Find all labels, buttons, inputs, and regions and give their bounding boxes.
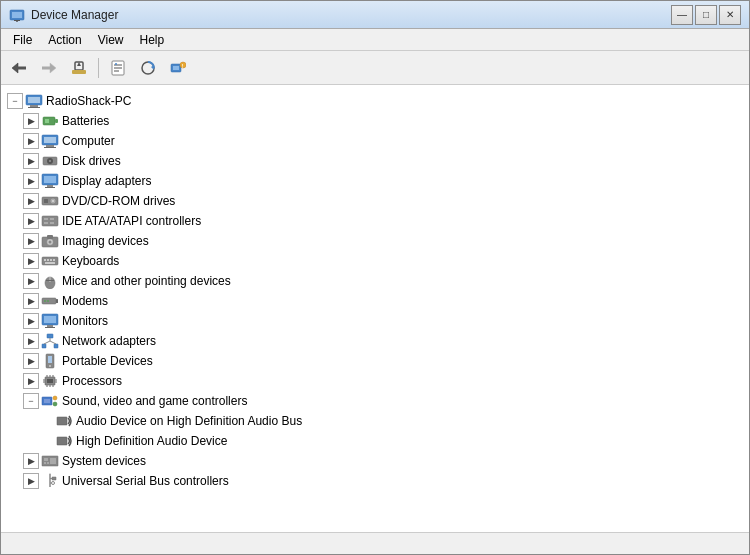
minimize-button[interactable]: — (671, 5, 693, 25)
svg-rect-55 (47, 259, 49, 261)
network-expand[interactable]: ▶ (23, 333, 39, 349)
imaging-expand[interactable]: ▶ (23, 233, 39, 249)
sound-expand[interactable]: − (23, 393, 39, 409)
batteries-item[interactable]: ▶ Batteries (3, 111, 747, 131)
usb-item[interactable]: ▶ Universal Serial Bus controllers (3, 471, 747, 491)
sound-item[interactable]: − Sound, video and game controllers (3, 391, 747, 411)
display-adapters-item[interactable]: ▶ Display adapters (3, 171, 747, 191)
system-devices-label: System devices (62, 454, 146, 468)
portable-label: Portable Devices (62, 354, 153, 368)
batteries-icon (41, 113, 59, 129)
svg-rect-38 (47, 185, 53, 187)
svg-rect-30 (44, 137, 56, 143)
forward-button[interactable] (35, 55, 63, 81)
batteries-expand[interactable]: ▶ (23, 113, 39, 129)
sound-label: Sound, video and game controllers (62, 394, 247, 408)
menu-view[interactable]: View (90, 31, 132, 49)
monitors-expand[interactable]: ▶ (23, 313, 39, 329)
ide-expand[interactable]: ▶ (23, 213, 39, 229)
computer-item[interactable]: ▶ Computer (3, 131, 747, 151)
svg-rect-58 (45, 262, 55, 264)
hd-audio-item[interactable]: High Definition Audio Device (3, 431, 747, 451)
processors-label: Processors (62, 374, 122, 388)
menu-bar: File Action View Help (1, 29, 749, 51)
tree-view[interactable]: − RadioShack-PC ▶ (1, 85, 749, 532)
audio-bus-label: Audio Device on High Definition Audio Bu… (76, 414, 302, 428)
dvd-item[interactable]: ▶ DVD/CD-ROM drives (3, 191, 747, 211)
system-expand[interactable]: ▶ (23, 453, 39, 469)
modems-item[interactable]: ▶ Modems (3, 291, 747, 311)
monitors-label: Monitors (62, 314, 108, 328)
modems-expand[interactable]: ▶ (23, 293, 39, 309)
keyboards-label: Keyboards (62, 254, 119, 268)
portable-expand[interactable]: ▶ (23, 353, 39, 369)
svg-rect-71 (47, 334, 53, 338)
update-driver-button[interactable] (134, 55, 162, 81)
window-icon (9, 7, 25, 23)
disk-label: Disk drives (62, 154, 121, 168)
svg-rect-54 (44, 259, 46, 261)
imaging-icon (41, 233, 59, 249)
svg-rect-100 (44, 462, 46, 464)
menu-action[interactable]: Action (40, 31, 89, 49)
toolbar: ! (1, 51, 749, 85)
svg-rect-37 (44, 176, 56, 183)
dvd-label: DVD/CD-ROM drives (62, 194, 175, 208)
scan-changes-button[interactable]: ! (164, 55, 192, 81)
svg-rect-5 (17, 66, 26, 69)
svg-point-15 (115, 63, 117, 65)
window-controls: — □ ✕ (671, 5, 741, 25)
menu-help[interactable]: Help (132, 31, 173, 49)
close-button[interactable]: ✕ (719, 5, 741, 25)
sound-icon (41, 393, 59, 409)
svg-rect-43 (44, 199, 48, 203)
keyboards-item[interactable]: ▶ Keyboards (3, 251, 747, 271)
svg-rect-48 (50, 222, 54, 224)
title-bar: Device Manager — □ ✕ (1, 1, 749, 29)
back-button[interactable] (5, 55, 33, 81)
svg-point-42 (52, 200, 54, 202)
disk-drives-item[interactable]: ▶ Disk drives (3, 151, 747, 171)
usb-expand[interactable]: ▶ (23, 473, 39, 489)
dvd-icon (41, 193, 59, 209)
properties-button[interactable] (104, 55, 132, 81)
svg-rect-81 (47, 379, 53, 383)
menu-file[interactable]: File (5, 31, 40, 49)
ide-item[interactable]: ▶ IDE ATA/ATAPI controllers (3, 211, 747, 231)
svg-rect-99 (44, 458, 48, 461)
disk-expand[interactable]: ▶ (23, 153, 39, 169)
svg-rect-56 (50, 259, 52, 261)
audio-bus-item[interactable]: Audio Device on High Definition Audio Bu… (3, 411, 747, 431)
network-item[interactable]: ▶ Network adapters (3, 331, 747, 351)
tree-root[interactable]: − RadioShack-PC (3, 91, 747, 111)
imaging-item[interactable]: ▶ Imaging devices (3, 231, 747, 251)
svg-point-64 (47, 300, 49, 302)
up-button[interactable] (65, 55, 93, 81)
keyboards-expand[interactable]: ▶ (23, 253, 39, 269)
mice-label: Mice and other pointing devices (62, 274, 231, 288)
svg-rect-104 (52, 477, 56, 480)
computer-expand[interactable]: ▶ (23, 133, 39, 149)
disk-icon (41, 153, 59, 169)
svg-rect-39 (45, 187, 55, 188)
monitors-item[interactable]: ▶ Monitors (3, 311, 747, 331)
svg-rect-69 (47, 325, 53, 327)
svg-line-75 (44, 341, 50, 344)
processors-expand[interactable]: ▶ (23, 373, 39, 389)
separator-1 (98, 58, 99, 78)
portable-item[interactable]: ▶ Portable Devices (3, 351, 747, 371)
mice-icon (41, 273, 59, 289)
device-tree: − RadioShack-PC ▶ (1, 89, 749, 493)
svg-point-94 (53, 402, 57, 406)
display-expand[interactable]: ▶ (23, 173, 39, 189)
keyboards-icon (41, 253, 59, 269)
processors-item[interactable]: ▶ (3, 371, 747, 391)
mice-expand[interactable]: ▶ (23, 273, 39, 289)
dvd-expand[interactable]: ▶ (23, 193, 39, 209)
svg-line-76 (50, 341, 56, 344)
root-expand[interactable]: − (7, 93, 23, 109)
maximize-button[interactable]: □ (695, 5, 717, 25)
svg-point-93 (53, 396, 57, 400)
mice-item[interactable]: ▶ Mice and other pointing devices (3, 271, 747, 291)
system-devices-item[interactable]: ▶ System devices (3, 451, 747, 471)
